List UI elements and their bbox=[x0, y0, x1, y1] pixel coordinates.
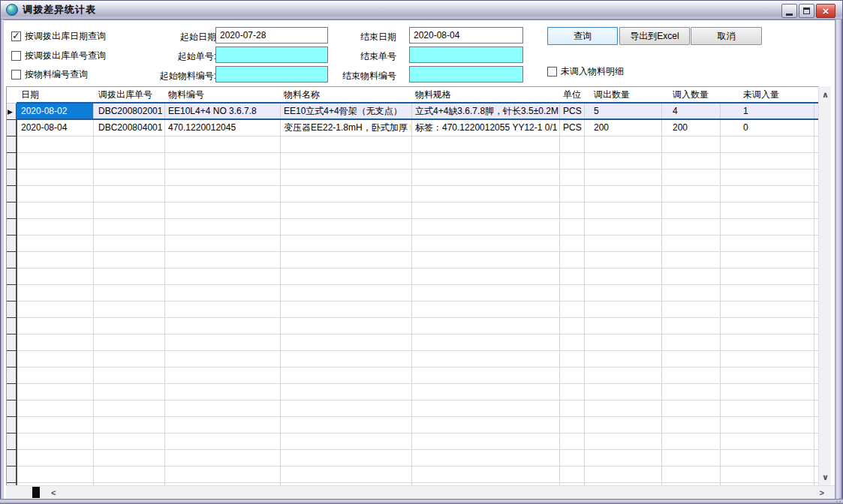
row-selector[interactable] bbox=[7, 483, 17, 485]
row-selector[interactable] bbox=[7, 302, 17, 318]
horizontal-scrollbar[interactable]: < > bbox=[6, 485, 835, 499]
resize-grip-icon[interactable] bbox=[833, 495, 841, 502]
grid-column-line bbox=[661, 87, 662, 485]
maximize-button[interactable] bbox=[799, 4, 814, 18]
grid-cell[interactable]: 470.1220012045 bbox=[168, 120, 279, 136]
row-background bbox=[17, 170, 818, 186]
query-button[interactable]: 查询 bbox=[547, 27, 618, 45]
scroll-up-icon[interactable]: ∧ bbox=[822, 89, 829, 100]
column-header[interactable]: 未调入量 bbox=[743, 87, 814, 103]
row-selector[interactable] bbox=[7, 285, 17, 302]
start-date-input[interactable] bbox=[215, 27, 328, 44]
grid-cell[interactable]: 200 bbox=[673, 120, 719, 136]
row-selector[interactable] bbox=[7, 434, 17, 450]
cancel-button[interactable]: 取消 bbox=[691, 27, 762, 45]
grid-cell[interactable]: DBC200804001 bbox=[98, 120, 164, 136]
vertical-scrollbar[interactable]: ∧ ∨ bbox=[818, 86, 831, 485]
row-selector[interactable] bbox=[7, 268, 17, 285]
checkbox-query-by-date[interactable]: 按调拨出库日期查询 bbox=[11, 30, 106, 43]
grid-cell[interactable]: 1 bbox=[743, 104, 813, 119]
column-header[interactable]: 物料规格 bbox=[415, 87, 559, 103]
grid-cell[interactable]: 变压器EE22-1.8mH，卧式加厚 5 bbox=[284, 120, 411, 136]
table-row-empty bbox=[7, 318, 818, 334]
grid-cell[interactable]: 200 bbox=[594, 120, 661, 136]
grid-cell[interactable]: 2020-08-04 bbox=[21, 120, 92, 136]
column-header[interactable]: 物料编号 bbox=[168, 87, 280, 103]
row-background bbox=[17, 400, 818, 417]
grid-cell[interactable]: PCS bbox=[563, 104, 583, 119]
row-selector[interactable] bbox=[7, 466, 17, 483]
grid-cell[interactable]: PCS bbox=[563, 120, 583, 136]
grid-cell[interactable]: 5 bbox=[594, 104, 661, 119]
row-selector[interactable] bbox=[7, 318, 17, 334]
end-material-label: 结束物料编号 bbox=[319, 70, 396, 82]
row-background bbox=[17, 417, 818, 434]
grid-cell[interactable]: 0 bbox=[743, 120, 813, 136]
horizontal-scroll-thumb[interactable] bbox=[32, 487, 40, 498]
close-button[interactable]: × bbox=[816, 4, 835, 18]
checkbox-label: 按调拨出库单号查询 bbox=[25, 50, 106, 62]
grid-cell[interactable]: DBC200802001 bbox=[98, 104, 164, 119]
scroll-down-icon[interactable]: ∨ bbox=[822, 472, 829, 482]
row-selector[interactable] bbox=[7, 417, 17, 434]
row-selector[interactable] bbox=[7, 252, 17, 268]
row-selector[interactable] bbox=[7, 236, 17, 252]
grid-column-line bbox=[164, 87, 165, 485]
grid-cell[interactable]: EE10立式4+4骨架（无支点） bbox=[284, 104, 411, 119]
grid-cell[interactable]: EE10L4+4 NO 3.6.7.8 bbox=[168, 104, 279, 119]
row-selector[interactable] bbox=[7, 384, 17, 400]
column-header[interactable]: 调拨出库单号 bbox=[98, 87, 164, 103]
titlebar[interactable]: 调拨差异统计表 × bbox=[1, 1, 842, 20]
checkbox-icon bbox=[11, 32, 21, 41]
checkbox-query-by-material[interactable]: 按物料编号查询 bbox=[11, 68, 88, 81]
grid-cell[interactable]: 4 bbox=[673, 104, 719, 119]
end-material-input[interactable] bbox=[409, 66, 523, 82]
grid-column-line bbox=[720, 87, 721, 485]
grid-cell[interactable]: 2020-08-02 bbox=[21, 104, 92, 119]
row-selector[interactable] bbox=[7, 186, 17, 202]
row-selector[interactable] bbox=[7, 202, 17, 219]
export-excel-button[interactable]: 导出到Excel bbox=[619, 27, 690, 45]
row-selector[interactable] bbox=[7, 334, 17, 351]
grid-cell[interactable]: 标签：470.1220012055 YY12-1 0/1 bbox=[415, 120, 558, 136]
row-selector[interactable] bbox=[7, 170, 17, 186]
table-row[interactable]: 2020-08-04DBC200804001470.1220012045变压器E… bbox=[7, 120, 818, 136]
start-material-input[interactable] bbox=[215, 66, 328, 82]
checkbox-query-by-order[interactable]: 按调拨出库单号查询 bbox=[11, 50, 106, 62]
column-header[interactable]: 单位 bbox=[563, 87, 584, 103]
row-selector[interactable] bbox=[7, 450, 17, 466]
start-order-input[interactable] bbox=[215, 46, 328, 63]
table-row-empty bbox=[7, 268, 818, 285]
scroll-right-icon[interactable]: > bbox=[820, 488, 824, 498]
table-row-empty bbox=[7, 186, 818, 202]
end-date-input[interactable] bbox=[409, 27, 523, 44]
column-header[interactable]: 物料名称 bbox=[284, 87, 411, 103]
column-header[interactable]: 日期 bbox=[21, 87, 93, 103]
row-selector[interactable] bbox=[7, 136, 17, 153]
row-background bbox=[17, 368, 818, 384]
checkbox-pending-material-detail[interactable]: 未调入物料明细 bbox=[547, 65, 624, 78]
column-header[interactable]: 调出数量 bbox=[594, 87, 661, 103]
checkbox-icon bbox=[11, 51, 21, 61]
window-border-right bbox=[835, 20, 843, 504]
row-selector[interactable] bbox=[7, 351, 17, 368]
grid-column-line bbox=[814, 87, 814, 485]
window-border-left bbox=[0, 20, 4, 504]
table-row-empty bbox=[7, 236, 818, 252]
row-background bbox=[17, 434, 818, 450]
row-selector[interactable] bbox=[7, 219, 17, 236]
row-background bbox=[17, 202, 818, 219]
row-selector[interactable] bbox=[7, 120, 17, 136]
grid-column-line bbox=[584, 87, 585, 485]
column-header[interactable]: 调入数量 bbox=[673, 87, 720, 103]
grid-cell[interactable]: 立式4+4缺3.6.7.8脚，针长3.5±0.2M bbox=[415, 104, 558, 119]
row-selector[interactable] bbox=[7, 400, 17, 417]
end-order-input[interactable] bbox=[409, 46, 523, 63]
app-window: 调拨差异统计表 × 按调拨出库日期查询 按调拨出库单号查询 按物料编号查询 起始… bbox=[0, 0, 843, 504]
row-selector[interactable] bbox=[7, 368, 17, 384]
minimize-button[interactable] bbox=[781, 4, 797, 18]
table-row-empty bbox=[7, 483, 818, 485]
row-selector[interactable] bbox=[7, 153, 17, 170]
scroll-left-icon[interactable]: < bbox=[51, 488, 56, 498]
table-row[interactable]: ▶2020-08-02DBC200802001EE10L4+4 NO 3.6.7… bbox=[7, 104, 818, 120]
